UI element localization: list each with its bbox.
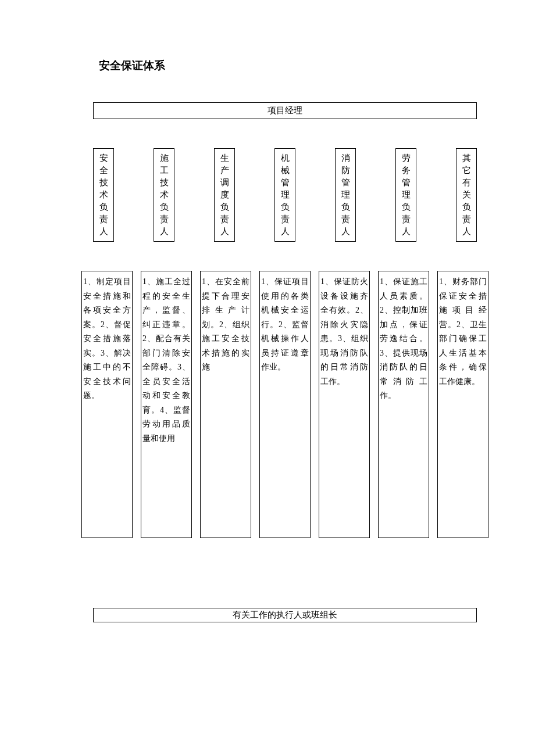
project-manager-box: 项目经理 [93,102,477,119]
description-box: 1、保证项目使用的各类机械安全运行。2、监督机械操作人员持证遵章作业。 [259,271,311,538]
roles-row: 安全技术负责人 施工技术负责人 生产调度负责人 机械管理负责人 消防管理负责人 … [93,148,477,242]
description-box: 1、保证防火设备设施齐全有效。2、消除火灾隐患。3、组织现场消防队的日常消防工作… [319,271,370,538]
descriptions-row: 1、制定项目安全措施和各项安全方案。2、督促安全措施落实。3、解决施工中的不安全… [81,271,488,538]
role-box: 消防管理负责人 [335,148,356,242]
role-box: 其它有关负责人 [456,148,477,242]
role-box: 安全技术负责人 [93,148,114,242]
executor-box: 有关工作的执行人或班组长 [93,608,477,622]
description-box: 1、制定项目安全措施和各项安全方案。2、督促安全措施落实。3、解决施工中的不安全… [81,271,133,538]
role-box: 劳务管理负责人 [395,148,416,242]
role-box: 生产调度负责人 [214,148,235,242]
diagram-title: 安全保证体系 [99,58,500,73]
description-box: 1、在安全前提下合理安排生产计划。2、组织施工安全技术措施的实施 [200,271,251,538]
description-box: 1、施工全过程的安全生产，监督、纠正违章。2、配合有关部门清除安全障碍。3、全员… [141,271,192,538]
role-box: 机械管理负责人 [274,148,295,242]
description-box: 1、保证施工人员素质。2、控制加班加点，保证劳逸结合。3、提供现场消防队的日常消… [378,271,429,538]
role-box: 施工技术负责人 [154,148,174,242]
description-box: 1、财务部门保证安全措施项目经营。2、卫生部门确保工人生活基本条件，确保工作健康… [437,271,488,538]
